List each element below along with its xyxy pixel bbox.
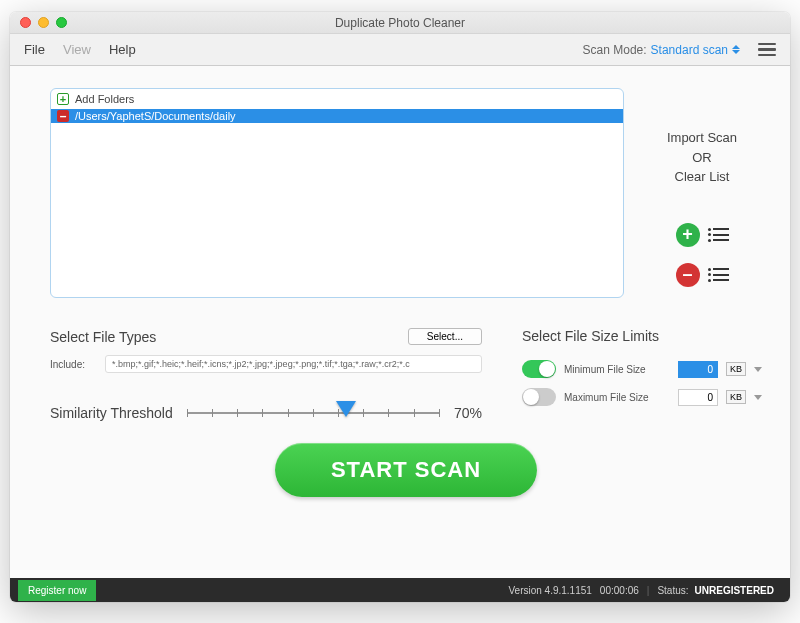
max-size-row: Maximum File Size 0 KB [522, 388, 762, 406]
max-size-value[interactable]: 0 [678, 389, 718, 406]
minus-icon[interactable]: – [57, 110, 69, 122]
titlebar: Duplicate Photo Cleaner [10, 12, 790, 34]
menu-file[interactable]: File [24, 42, 45, 57]
add-folders-label: Add Folders [75, 93, 134, 105]
hamburger-menu-icon[interactable] [758, 43, 776, 57]
slider-thumb-icon[interactable] [336, 401, 356, 417]
timer-text: 00:00:06 [600, 585, 639, 596]
register-button[interactable]: Register now [18, 580, 96, 601]
include-value[interactable]: *.bmp;*.gif;*.heic;*.heif;*.icns;*.jp2;*… [105, 355, 482, 373]
min-size-toggle[interactable] [522, 360, 556, 378]
list-icon [708, 268, 729, 282]
scan-mode-label: Scan Mode: [583, 43, 647, 57]
status-value: UNREGISTERED [695, 585, 774, 596]
include-label: Include: [50, 359, 85, 370]
threshold-slider[interactable] [187, 401, 440, 425]
version-text: Version 4.9.1.1151 [508, 585, 591, 596]
main-body: + Add Folders – /Users/YaphetS/Documents… [10, 66, 790, 578]
scan-mode-value[interactable]: Standard scan [651, 43, 728, 57]
side-column: Import Scan OR Clear List + – [642, 88, 762, 298]
side-text: Import Scan OR Clear List [667, 128, 737, 187]
max-size-unit[interactable]: KB [726, 390, 746, 404]
max-size-toggle[interactable] [522, 388, 556, 406]
chevron-down-icon[interactable] [754, 367, 762, 372]
plus-circle-icon: + [676, 223, 700, 247]
status-label: Status: [657, 585, 688, 596]
folder-path: /Users/YaphetS/Documents/daily [75, 110, 236, 122]
size-limits-heading: Select File Size Limits [522, 328, 762, 344]
chevron-down-icon[interactable] [754, 395, 762, 400]
import-scan-button[interactable]: + [676, 223, 729, 247]
plus-icon: + [57, 93, 69, 105]
min-size-label: Minimum File Size [564, 364, 670, 375]
clear-list-button[interactable]: – [676, 263, 729, 287]
menu-help[interactable]: Help [109, 42, 136, 57]
select-filetypes-button[interactable]: Select... [408, 328, 482, 345]
minus-circle-icon: – [676, 263, 700, 287]
start-scan-button[interactable]: START SCAN [275, 443, 537, 497]
folders-panel[interactable]: + Add Folders – /Users/YaphetS/Documents… [50, 88, 624, 298]
file-types-heading: Select File Types [50, 329, 156, 345]
threshold-percent: 70% [454, 405, 482, 421]
scan-mode-dropdown-icon[interactable] [732, 45, 740, 54]
side-line1: Import Scan [667, 128, 737, 148]
side-line2: OR [667, 148, 737, 168]
menu-view[interactable]: View [63, 42, 91, 57]
app-window: Duplicate Photo Cleaner File View Help S… [10, 12, 790, 602]
threshold-heading: Similarity Threshold [50, 405, 173, 421]
folder-item[interactable]: – /Users/YaphetS/Documents/daily [51, 109, 623, 123]
footer: Register now Version 4.9.1.1151 00:00:06… [10, 578, 790, 602]
min-size-row: Minimum File Size 0 KB [522, 360, 762, 378]
add-folders-row[interactable]: + Add Folders [51, 89, 623, 109]
max-size-label: Maximum File Size [564, 392, 670, 403]
menubar: File View Help Scan Mode: Standard scan [10, 34, 790, 66]
min-size-value[interactable]: 0 [678, 361, 718, 378]
side-line3: Clear List [667, 167, 737, 187]
window-title: Duplicate Photo Cleaner [10, 16, 790, 30]
list-icon [708, 228, 729, 242]
min-size-unit[interactable]: KB [726, 362, 746, 376]
